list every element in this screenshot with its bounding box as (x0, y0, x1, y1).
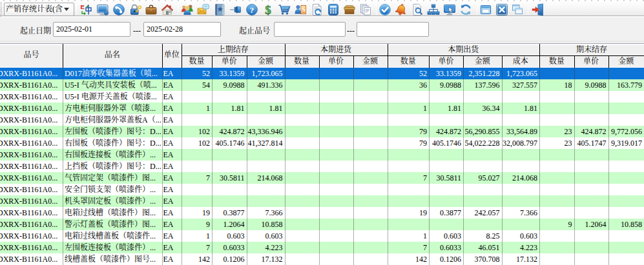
svg-text:$: $ (302, 6, 305, 13)
svg-text:$: $ (265, 3, 271, 16)
svg-text:?: ? (250, 5, 254, 15)
svg-text:E: E (80, 3, 84, 10)
